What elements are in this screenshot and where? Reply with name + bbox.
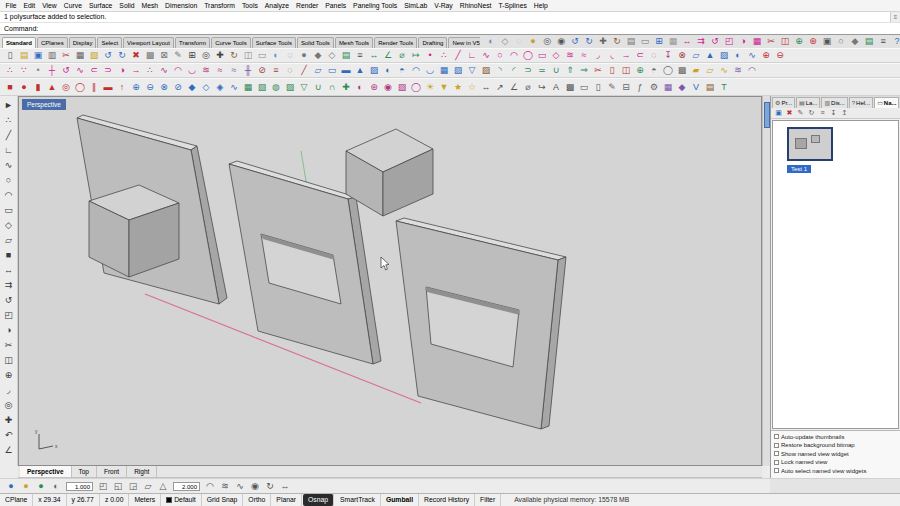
option-auto-update-thumbnails[interactable]: Auto-update thumbnails [774, 433, 897, 442]
ellipsoid-icon[interactable]: ◯ [73, 81, 87, 94]
mesh-from-surface-icon[interactable]: ▦ [241, 81, 255, 94]
new-file-icon[interactable]: ▯ [3, 49, 17, 62]
rotate-tool-icon[interactable]: ↺ [1, 293, 16, 308]
named-view-icon[interactable]: ▭ [638, 35, 652, 48]
rendered-view-icon[interactable]: ● [526, 35, 540, 48]
fillet-curves-icon[interactable]: ◞ [591, 49, 605, 62]
status-meters[interactable]: Meters [129, 494, 161, 506]
option-auto-select-named-view-widgets[interactable]: Auto select named view widgets [774, 467, 897, 476]
menu-transform[interactable]: Transform [201, 0, 239, 12]
unweld-icon[interactable]: ∩ [325, 81, 339, 94]
mesh-sphere-icon[interactable]: ◍ [269, 81, 283, 94]
rotate-icon[interactable]: ↺ [708, 35, 722, 48]
copy-clipboard-icon[interactable]: ▦ [73, 49, 87, 62]
set-view-icon[interactable]: ▤ [624, 35, 638, 48]
skylight-icon[interactable]: ☆ [465, 81, 479, 94]
dim-radius-icon[interactable]: ⌀ [521, 81, 535, 94]
isocurve-icon[interactable]: ╫ [241, 64, 255, 77]
extract-wireframe-icon[interactable]: ╱ [297, 64, 311, 77]
reduce-mesh-icon[interactable]: ▽ [297, 81, 311, 94]
refresh-thumbnails-icon[interactable]: ↻ [806, 108, 817, 118]
polygon-tool-icon[interactable]: ◇ [1, 218, 16, 233]
delete-view-icon[interactable]: ✖ [784, 108, 795, 118]
scale-icon[interactable]: ◰ [722, 35, 736, 48]
curve-through-points-icon[interactable]: ∴ [143, 64, 157, 77]
boolean-difference-icon[interactable]: ⊖ [773, 49, 787, 62]
circle-icon[interactable]: ○ [493, 49, 507, 62]
toolbar-tab-render-tools[interactable]: Render Tools [374, 37, 417, 48]
render-settings-icon[interactable]: ⊛ [367, 81, 381, 94]
flow-tool-icon[interactable]: ∿ [233, 480, 247, 493]
status-record-history[interactable]: Record History [419, 494, 475, 506]
option-lock-named-view[interactable]: Lock named view [774, 458, 897, 467]
viewport-tab-perspective[interactable]: Perspective [20, 466, 72, 477]
mirror-tool-icon[interactable]: ◑ [1, 323, 16, 338]
show-objects-icon[interactable]: ● [297, 49, 311, 62]
tsplines-icon[interactable]: T [717, 81, 731, 94]
toolbar-tab-transform[interactable]: Transform [175, 37, 210, 48]
length-icon[interactable]: ↦ [409, 49, 423, 62]
scale-2d-icon[interactable]: ◱ [111, 480, 125, 493]
rectangle-icon[interactable]: ▭ [535, 49, 549, 62]
polyline-tool-icon[interactable]: ∟ [1, 143, 16, 158]
fillet-surface-icon[interactable]: ◝ [493, 64, 507, 77]
command-input[interactable] [38, 24, 900, 34]
wirecut-icon[interactable]: ∿ [227, 81, 241, 94]
cut-icon[interactable]: ✂ [59, 49, 73, 62]
lock-icon[interactable]: ◆ [848, 35, 862, 48]
contour-icon[interactable]: ≡ [269, 64, 283, 77]
line-icon[interactable]: ╱ [451, 49, 465, 62]
command-history-toggle-icon[interactable]: ≡ [890, 12, 900, 22]
open-file-icon[interactable]: ▤ [17, 49, 31, 62]
surface-edge-curves-icon[interactable]: ▭ [325, 64, 339, 77]
surface-tool-icon[interactable]: ▱ [1, 233, 16, 248]
named-views-icon[interactable]: ▭ [255, 49, 269, 62]
cplane-icon[interactable]: ⊞ [652, 35, 666, 48]
polyline-icon[interactable]: ∟ [465, 49, 479, 62]
join-icon[interactable]: ⊕ [792, 35, 806, 48]
untrim-icon[interactable]: ▯ [605, 64, 619, 77]
save-icon[interactable]: ▣ [31, 49, 45, 62]
menu-analyze[interactable]: Analyze [261, 0, 292, 12]
box-top[interactable] [346, 129, 433, 216]
menu-surface[interactable]: Surface [85, 0, 115, 12]
help-icon[interactable]: ? [890, 35, 900, 48]
silhouette-icon[interactable]: ◌ [283, 64, 297, 77]
boolean-split-icon[interactable]: ⊘ [171, 81, 185, 94]
viewport-tab-top[interactable]: Top [72, 466, 97, 477]
weld-icon[interactable]: ∪ [311, 81, 325, 94]
viewport-title[interactable]: Perspective [22, 99, 66, 110]
status-default[interactable]: Default [161, 494, 202, 506]
status-gumball[interactable]: Gumball [381, 494, 419, 506]
scale-3d-icon[interactable]: ◲ [126, 480, 140, 493]
zoom-selected-icon[interactable]: ◉ [554, 35, 568, 48]
smash-icon[interactable]: ▱ [703, 64, 717, 77]
control-points-icon[interactable]: ∴ [3, 64, 17, 77]
slab-icon[interactable]: ▬ [101, 81, 115, 94]
scale-factor-field[interactable]: 1.000 [66, 482, 93, 491]
cap-holes-icon[interactable]: ◓ [647, 64, 661, 77]
menu-render[interactable]: Render [293, 0, 322, 12]
pan-view-icon[interactable]: ✚ [596, 35, 610, 48]
toolbar-tab-surface-tools[interactable]: Surface Tools [252, 37, 296, 48]
menu-tools[interactable]: Tools [238, 0, 261, 12]
arc-tool-icon[interactable]: ◠ [1, 188, 16, 203]
offset-curve-icon[interactable]: ≈ [577, 49, 591, 62]
zoom-extents-icon[interactable]: ◎ [540, 35, 554, 48]
option-show-named-view-widget[interactable]: Show named view widget [774, 450, 897, 459]
import-views-icon[interactable]: ↧ [828, 108, 839, 118]
copy-tool-icon[interactable]: ⇉ [1, 278, 16, 293]
panel-tab-la[interactable]: ▤La... [796, 97, 820, 108]
viewport-tab-front[interactable]: Front [97, 466, 127, 477]
rebuild-icon[interactable]: ↺ [59, 64, 73, 77]
unroll-icon[interactable]: ▰ [689, 64, 703, 77]
script-icon[interactable]: ƒ [633, 81, 647, 94]
toolbar-tab-viewport-layout[interactable]: Viewport Layout [123, 37, 174, 48]
curve-tool-icon[interactable]: ∿ [1, 158, 16, 173]
history-update-icon[interactable]: ● [34, 480, 48, 493]
undo-view-icon[interactable]: ↺ [568, 35, 582, 48]
rhinonest-icon[interactable]: ▤ [703, 81, 717, 94]
menu-view[interactable]: View [39, 0, 61, 12]
pan-tool-icon[interactable]: ✚ [1, 413, 16, 428]
toolbar-tab-mesh-tools[interactable]: Mesh Tools [335, 37, 373, 48]
